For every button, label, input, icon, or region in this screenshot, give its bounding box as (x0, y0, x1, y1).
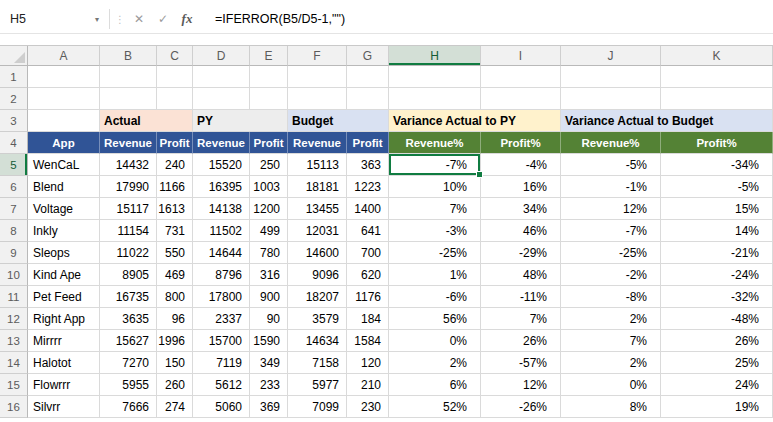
cell-B9[interactable]: 11022 (100, 242, 157, 264)
cell-H7[interactable]: 7% (389, 198, 481, 220)
enter-icon[interactable]: ✓ (151, 7, 175, 31)
cell-B5[interactable]: 14432 (100, 154, 157, 176)
cell-app-11[interactable]: Pet Feed (28, 286, 100, 308)
column-header-C[interactable]: C (157, 46, 193, 66)
cell-B6[interactable]: 17990 (100, 176, 157, 198)
cell-K6[interactable]: -5% (661, 176, 773, 198)
band-actual[interactable]: Actual (100, 110, 193, 132)
cell-C8[interactable]: 731 (157, 220, 193, 242)
column-header-B[interactable]: B (100, 46, 157, 66)
cell-I10[interactable]: 48% (481, 264, 561, 286)
select-all-corner[interactable] (0, 46, 28, 66)
row-header-8[interactable]: 8 (0, 220, 28, 242)
cell-C10[interactable]: 469 (157, 264, 193, 286)
column-label[interactable]: Profit% (481, 132, 561, 154)
column-label[interactable]: Profit (347, 132, 389, 154)
column-header-G[interactable]: G (347, 46, 389, 66)
cell-B14[interactable]: 7270 (100, 352, 157, 374)
cell-J6[interactable]: -1% (561, 176, 661, 198)
cell-H8[interactable]: -3% (389, 220, 481, 242)
cell-B8[interactable]: 11154 (100, 220, 157, 242)
cell-C11[interactable]: 800 (157, 286, 193, 308)
cell-J9[interactable]: -25% (561, 242, 661, 264)
band-variance-py[interactable]: Variance Actual to PY (389, 110, 561, 132)
cell-app-10[interactable]: Kind Ape (28, 264, 100, 286)
cell-K13[interactable]: 26% (661, 330, 773, 352)
cell-K7[interactable]: 15% (661, 198, 773, 220)
column-header-A[interactable]: A (28, 46, 100, 66)
cell-H16[interactable]: 52% (389, 396, 481, 418)
band-budget[interactable]: Budget (288, 110, 389, 132)
column-label[interactable]: Profit (250, 132, 288, 154)
column-label[interactable]: Revenue% (389, 132, 481, 154)
column-header-J[interactable]: J (561, 46, 661, 66)
cell-F12[interactable]: 3579 (288, 308, 347, 330)
cell-K8[interactable]: 14% (661, 220, 773, 242)
cell-H9[interactable]: -25% (389, 242, 481, 264)
cell-B12[interactable]: 3635 (100, 308, 157, 330)
cell-E15[interactable]: 233 (250, 374, 288, 396)
cell[interactable] (481, 66, 561, 88)
cell-D7[interactable]: 14138 (193, 198, 250, 220)
name-box[interactable]: H5 ▾ (0, 7, 106, 31)
cell-E6[interactable]: 1003 (250, 176, 288, 198)
cell-G10[interactable]: 620 (347, 264, 389, 286)
column-header-D[interactable]: D (193, 46, 250, 66)
cell[interactable] (193, 66, 250, 88)
formula-input[interactable]: =IFERROR(B5/D5-1,"") (199, 12, 345, 26)
cell-K12[interactable]: -48% (661, 308, 773, 330)
column-label[interactable]: Revenue (288, 132, 347, 154)
row-header-2[interactable]: 2 (0, 88, 28, 110)
cell-G9[interactable]: 700 (347, 242, 389, 264)
cell-F11[interactable]: 18207 (288, 286, 347, 308)
cell-app-7[interactable]: Voltage (28, 198, 100, 220)
cell-K5[interactable]: -34% (661, 154, 773, 176)
cell-G11[interactable]: 1176 (347, 286, 389, 308)
cell[interactable] (389, 66, 481, 88)
column-header-H[interactable]: H (389, 46, 481, 66)
row-header-3[interactable]: 3 (0, 110, 28, 132)
cell-C7[interactable]: 1613 (157, 198, 193, 220)
cell-K9[interactable]: -21% (661, 242, 773, 264)
cell[interactable] (288, 66, 347, 88)
cell-app-5[interactable]: WenCaL (28, 154, 100, 176)
cell-K10[interactable]: -24% (661, 264, 773, 286)
cell-I14[interactable]: -57% (481, 352, 561, 374)
cell-C15[interactable]: 260 (157, 374, 193, 396)
cell-app-6[interactable]: Blend (28, 176, 100, 198)
cell-I9[interactable]: -29% (481, 242, 561, 264)
cell-G5[interactable]: 363 (347, 154, 389, 176)
column-header-I[interactable]: I (481, 46, 561, 66)
cell-D8[interactable]: 11502 (193, 220, 250, 242)
cell-app-16[interactable]: Silvrr (28, 396, 100, 418)
cell[interactable] (28, 88, 100, 110)
cell-I13[interactable]: 26% (481, 330, 561, 352)
cell-E13[interactable]: 1590 (250, 330, 288, 352)
cell-F5[interactable]: 15113 (288, 154, 347, 176)
cell-F14[interactable]: 7158 (288, 352, 347, 374)
row-header-15[interactable]: 15 (0, 374, 28, 396)
row-header-11[interactable]: 11 (0, 286, 28, 308)
cancel-icon[interactable]: ✕ (127, 7, 151, 31)
cell-D6[interactable]: 16395 (193, 176, 250, 198)
row-header-10[interactable]: 10 (0, 264, 28, 286)
cell-J11[interactable]: -8% (561, 286, 661, 308)
cell[interactable] (389, 88, 481, 110)
cell-H13[interactable]: 0% (389, 330, 481, 352)
cell[interactable] (481, 88, 561, 110)
cell-H11[interactable]: -6% (389, 286, 481, 308)
column-header-K[interactable]: K (661, 46, 773, 66)
cell-E8[interactable]: 499 (250, 220, 288, 242)
cell[interactable] (347, 88, 389, 110)
cell[interactable] (157, 88, 193, 110)
cell-F7[interactable]: 13455 (288, 198, 347, 220)
cell[interactable] (250, 66, 288, 88)
row-header-6[interactable]: 6 (0, 176, 28, 198)
cell-I8[interactable]: 46% (481, 220, 561, 242)
cell-D10[interactable]: 8796 (193, 264, 250, 286)
cell-G6[interactable]: 1223 (347, 176, 389, 198)
band-variance-budget[interactable]: Variance Actual to Budget (561, 110, 773, 132)
cell-K15[interactable]: 24% (661, 374, 773, 396)
cell-app-13[interactable]: Mirrrr (28, 330, 100, 352)
cell[interactable] (28, 110, 100, 132)
